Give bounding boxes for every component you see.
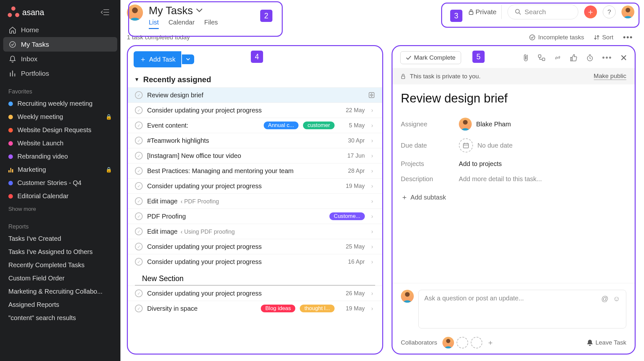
task-row[interactable]: ✓Consider updating your project progress… bbox=[128, 254, 382, 269]
complete-toggle[interactable]: ✓ bbox=[135, 212, 143, 220]
assignee-value[interactable]: Blake Pham bbox=[459, 118, 511, 131]
favorite-item[interactable]: Website Design Requests bbox=[0, 123, 120, 137]
task-row[interactable]: ✓Edit image ‹ PDF Proofing› bbox=[128, 193, 382, 209]
add-task-button[interactable]: ＋Add Task bbox=[134, 51, 181, 67]
chevron-right-icon: › bbox=[369, 213, 375, 220]
complete-toggle[interactable]: ✓ bbox=[135, 228, 143, 235]
projects-value[interactable]: Add to projects bbox=[459, 160, 502, 168]
task-row[interactable]: ✓Consider updating your project progress… bbox=[128, 102, 382, 118]
add-collaborator-slot[interactable] bbox=[471, 337, 482, 348]
complete-toggle[interactable]: ✓ bbox=[135, 137, 143, 144]
attachment-icon[interactable] bbox=[522, 54, 529, 62]
complete-toggle[interactable]: ✓ bbox=[135, 122, 143, 129]
task-row[interactable]: ✓Event content:Annual c...customer5 May› bbox=[128, 118, 382, 133]
complete-toggle[interactable]: ✓ bbox=[135, 197, 143, 205]
task-row[interactable]: ✓[Instagram] New office tour video17 Jun… bbox=[128, 148, 382, 163]
nav-my-tasks[interactable]: My Tasks bbox=[3, 37, 117, 52]
tab-list[interactable]: List bbox=[149, 19, 159, 29]
task-tag[interactable]: Blog ideas bbox=[261, 305, 295, 312]
tab-files[interactable]: Files bbox=[204, 19, 218, 29]
app-logo[interactable]: asana bbox=[8, 6, 44, 18]
emoji-icon[interactable]: ☺ bbox=[613, 295, 620, 324]
collaborator-avatar[interactable] bbox=[442, 337, 454, 348]
show-more-button[interactable]: Show more bbox=[0, 203, 120, 216]
task-row[interactable]: ✓#Teamwork highlights30 Apr› bbox=[128, 133, 382, 148]
task-tag[interactable]: customer bbox=[303, 122, 335, 129]
add-collaborator-slot[interactable] bbox=[457, 337, 468, 348]
task-row[interactable]: ✓Consider updating your project progress… bbox=[128, 239, 382, 254]
task-row[interactable]: ✓PDF ProofingCustome...› bbox=[128, 209, 382, 224]
chevron-right-icon: › bbox=[369, 107, 375, 114]
favorite-item[interactable]: Website Launch bbox=[0, 137, 120, 150]
task-row[interactable]: ✓Edit image ‹ Using PDF proofing› bbox=[128, 224, 382, 239]
close-icon[interactable] bbox=[620, 54, 627, 61]
collapse-sidebar-button[interactable] bbox=[99, 6, 111, 18]
due-date-value[interactable]: No due date bbox=[459, 138, 513, 152]
task-row[interactable]: ✓Consider updating your project progress… bbox=[128, 286, 382, 301]
nav-inbox[interactable]: Inbox bbox=[0, 52, 120, 66]
subtask-icon[interactable] bbox=[538, 54, 545, 61]
add-collaborator-button[interactable]: ＋ bbox=[487, 338, 494, 347]
complete-toggle[interactable]: ✓ bbox=[135, 258, 143, 266]
mention-icon[interactable]: @ bbox=[601, 295, 608, 324]
report-item[interactable]: Marketing & Recruiting Collabo... bbox=[0, 285, 120, 298]
make-public-button[interactable]: Make public bbox=[594, 73, 626, 80]
favorite-item[interactable]: Marketing🔒 bbox=[0, 163, 120, 176]
report-item[interactable]: Assigned Reports bbox=[0, 298, 120, 311]
favorite-item[interactable]: Recruiting weekly meeting bbox=[0, 97, 120, 110]
complete-toggle[interactable]: ✓ bbox=[135, 106, 143, 114]
report-item[interactable]: Custom Field Order bbox=[0, 272, 120, 285]
help-button[interactable]: ? bbox=[603, 5, 616, 18]
complete-toggle[interactable]: ✓ bbox=[135, 243, 143, 250]
add-subtask-button[interactable]: ＋Add subtask bbox=[393, 187, 635, 208]
report-item[interactable]: "content" search results bbox=[0, 311, 120, 325]
new-section-header[interactable]: New Section bbox=[135, 269, 375, 286]
complete-toggle[interactable]: ✓ bbox=[135, 182, 143, 190]
timer-icon[interactable] bbox=[586, 54, 594, 62]
task-row[interactable]: ✓Consider updating your project progress… bbox=[128, 178, 382, 193]
complete-toggle[interactable]: ✓ bbox=[135, 91, 143, 99]
search-input[interactable]: Search bbox=[507, 5, 578, 19]
add-task-dropdown[interactable] bbox=[182, 54, 194, 64]
nav-home[interactable]: Home bbox=[0, 23, 120, 37]
task-tag[interactable]: thought l... bbox=[300, 305, 334, 312]
section-header[interactable]: ▼ Recently assigned bbox=[128, 72, 382, 87]
nav-portfolios[interactable]: Portfolios bbox=[0, 66, 120, 81]
privacy-indicator[interactable]: Private bbox=[464, 5, 502, 19]
task-tag[interactable]: Annual c... bbox=[264, 122, 298, 129]
complete-toggle[interactable]: ✓ bbox=[135, 289, 143, 297]
page-title[interactable]: My Tasks bbox=[149, 5, 218, 17]
filter-button[interactable]: Incomplete tasks bbox=[529, 34, 584, 41]
global-add-button[interactable]: ＋ bbox=[584, 5, 597, 18]
mark-complete-button[interactable]: Mark Complete bbox=[400, 51, 461, 64]
report-item[interactable]: Tasks I've Created bbox=[0, 232, 120, 245]
report-item[interactable]: Tasks I've Assigned to Others bbox=[0, 245, 120, 259]
favorite-item[interactable]: Customer Stories - Q4 bbox=[0, 176, 120, 190]
move-icon[interactable] bbox=[368, 92, 375, 99]
task-row[interactable]: ✓Best Practices: Managing and mentoring … bbox=[128, 163, 382, 178]
tab-calendar[interactable]: Calendar bbox=[168, 19, 194, 29]
task-row[interactable]: ✓Diversity in spaceBlog ideasthought l..… bbox=[128, 301, 382, 316]
task-title[interactable]: Review design brief bbox=[393, 84, 635, 114]
leave-task-button[interactable]: Leave Task bbox=[587, 339, 626, 346]
task-row[interactable]: ✓Review design brief bbox=[128, 87, 382, 102]
favorite-item[interactable]: Rebranding video bbox=[0, 150, 120, 163]
complete-toggle[interactable]: ✓ bbox=[135, 167, 143, 175]
hamburger-collapse-icon bbox=[100, 8, 109, 16]
description-value[interactable]: Add more detail to this task... bbox=[459, 175, 542, 183]
favorite-item[interactable]: Editorial Calendar bbox=[0, 190, 120, 203]
complete-toggle[interactable]: ✓ bbox=[135, 305, 143, 312]
profile-avatar[interactable] bbox=[621, 5, 634, 18]
more-menu-button[interactable]: ••• bbox=[623, 33, 633, 42]
report-item[interactable]: Recently Completed Tasks bbox=[0, 259, 120, 272]
user-avatar[interactable] bbox=[127, 5, 143, 21]
svg-rect-8 bbox=[542, 58, 545, 61]
complete-toggle[interactable]: ✓ bbox=[135, 152, 143, 160]
sort-button[interactable]: Sort bbox=[594, 34, 613, 41]
like-icon[interactable] bbox=[570, 54, 578, 62]
link-icon[interactable] bbox=[554, 54, 562, 62]
task-more-menu[interactable]: ••• bbox=[602, 53, 612, 62]
comment-input[interactable]: Ask a question or post an update... @ ☺ bbox=[418, 290, 626, 328]
favorite-item[interactable]: Weekly meeting🔒 bbox=[0, 110, 120, 123]
task-tag[interactable]: Custome... bbox=[329, 212, 365, 220]
